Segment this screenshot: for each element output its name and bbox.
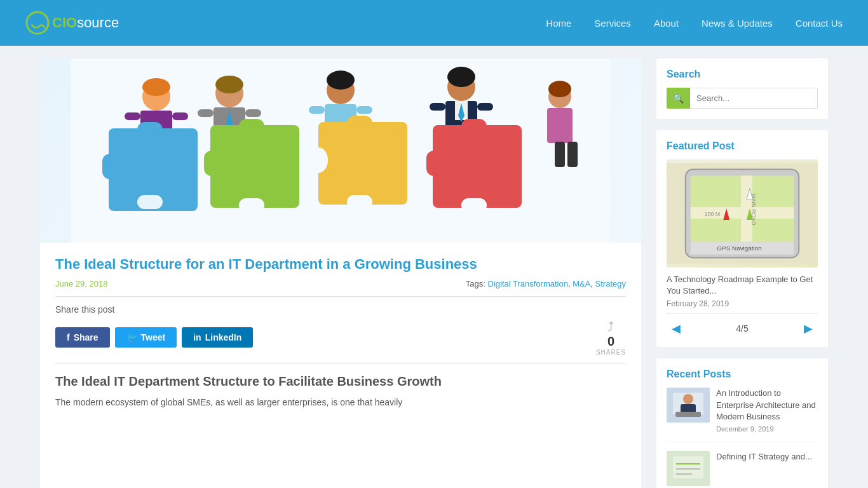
article-excerpt: The modern ecosystem of global SMEs, as …: [55, 395, 626, 409]
recent-post-item-2: Defining IT Strategy and...: [667, 451, 818, 488]
svg-rect-43: [430, 103, 445, 111]
recent-post-info-1: An Introduction to Enterprise Architectu…: [716, 388, 818, 433]
svg-point-54: [548, 81, 571, 97]
svg-rect-32: [356, 106, 372, 114]
svg-rect-12: [102, 154, 118, 179]
header: CIOsource Home Services About News & Upd…: [0, 0, 868, 46]
featured-post-section: Featured Post 100 M MAIN ROAD: [656, 130, 828, 347]
twitter-icon: 🐦: [126, 332, 137, 342]
recent-posts-title: Recent Posts: [667, 369, 818, 380]
share-label: Share this post: [55, 304, 626, 315]
recent-post-date-1: December 9, 2019: [716, 425, 818, 433]
svg-point-39: [309, 147, 328, 173]
featured-post-article-title[interactable]: A Technology Roadmap Example to Get You …: [667, 274, 818, 297]
tag-ma[interactable]: M&A: [573, 279, 590, 288]
shares-number: 0: [607, 334, 614, 349]
linkedin-icon: in: [193, 332, 201, 342]
search-title: Search: [667, 69, 818, 80]
share-linkedin-button[interactable]: in LinkedIn: [182, 327, 253, 348]
logo-icon: [25, 11, 50, 35]
sidebar: Search 🔍 Featured Post: [656, 58, 828, 488]
svg-rect-19: [245, 109, 261, 117]
search-input[interactable]: [690, 88, 818, 109]
search-button[interactable]: 🔍: [667, 88, 690, 109]
svg-rect-27: [239, 198, 264, 212]
recent-thumb-1-img: [667, 388, 710, 423]
article-date: June 29, 2018: [55, 279, 107, 288]
divider-2: [55, 363, 626, 364]
svg-rect-50: [461, 119, 487, 135]
search-icon: 🔍: [673, 93, 684, 104]
divider-1: [55, 296, 626, 297]
share-buttons: f Share 🐦 Tweet in LinkedIn ⤴: [55, 320, 626, 356]
svg-rect-49: [433, 125, 522, 208]
svg-rect-38: [347, 195, 372, 209]
svg-rect-31: [309, 106, 325, 114]
recent-post-thumb-1[interactable]: [667, 388, 710, 423]
svg-rect-10: [137, 122, 163, 138]
svg-rect-25: [204, 151, 220, 176]
logo: CIOsource: [25, 11, 119, 35]
svg-point-29: [327, 71, 355, 90]
article-body: The Ideal Structure for an IT Department…: [40, 243, 641, 422]
main-content: The Ideal Structure for an IT Department…: [40, 58, 641, 488]
recent-post-title-1[interactable]: An Introduction to Enterprise Architectu…: [716, 388, 818, 423]
logo-text: CIOsource: [52, 15, 119, 31]
svg-rect-18: [198, 109, 214, 117]
hero-image: [40, 58, 641, 243]
recent-post-thumb-2[interactable]: [667, 451, 710, 486]
featured-image-svg: 100 M MAIN ROAD GPS Navigation: [667, 163, 818, 264]
svg-rect-74: [675, 412, 701, 417]
recent-post-title-2[interactable]: Defining IT Strategy and...: [716, 451, 812, 463]
svg-rect-57: [567, 142, 578, 167]
svg-text:GPS Navigation: GPS Navigation: [717, 245, 761, 252]
section-heading: The Ideal IT Department Structure to Fac…: [55, 374, 626, 389]
nav-news[interactable]: News & Updates: [702, 18, 773, 29]
svg-rect-37: [391, 147, 407, 173]
next-page-button[interactable]: ▶: [799, 320, 818, 337]
svg-rect-6: [172, 112, 188, 120]
recent-posts-section: Recent Posts An Introduction to Enterpri…: [656, 358, 828, 488]
tag-strategy[interactable]: Strategy: [595, 279, 626, 288]
logo-source: source: [77, 15, 119, 30]
prev-page-button[interactable]: ◀: [667, 320, 686, 337]
svg-rect-24: [239, 119, 264, 135]
svg-point-3: [142, 78, 170, 96]
svg-rect-52: [461, 198, 487, 212]
featured-post-date: February 28, 2019: [667, 299, 818, 308]
svg-text:100 M: 100 M: [705, 211, 721, 217]
share-icon: ⤴: [607, 320, 614, 334]
page-indicator: 4/5: [736, 323, 748, 334]
svg-point-41: [447, 67, 475, 87]
svg-rect-55: [547, 108, 573, 143]
svg-rect-56: [555, 142, 565, 167]
svg-rect-14: [137, 195, 163, 209]
svg-rect-26: [283, 151, 299, 176]
svg-rect-36: [347, 116, 372, 132]
shares-label: SHARES: [596, 349, 626, 356]
search-section: Search 🔍: [656, 58, 828, 119]
article-tags: Tags: Digital Transformation, M&A, Strat…: [466, 279, 626, 288]
article-title[interactable]: The Ideal Structure for an IT Department…: [55, 255, 626, 274]
featured-post-image[interactable]: 100 M MAIN ROAD GPS Navigation: [667, 159, 818, 268]
nav-home[interactable]: Home: [546, 18, 571, 29]
nav-services[interactable]: Services: [594, 18, 631, 29]
svg-rect-51: [426, 151, 442, 176]
recent-thumb-2-img: [667, 451, 710, 486]
nav-contact[interactable]: Contact Us: [796, 18, 843, 29]
page-current: 4: [736, 323, 741, 334]
svg-rect-5: [125, 112, 140, 120]
shares-count: ⤴ 0 SHARES: [596, 320, 626, 356]
svg-point-72: [683, 394, 693, 404]
share-twitter-button[interactable]: 🐦 Tweet: [115, 327, 177, 348]
recent-post-item-1: An Introduction to Enterprise Architectu…: [667, 388, 818, 442]
pagination-controls: ◀ 4/5 ▶: [667, 313, 818, 337]
tag-digital-transformation[interactable]: Digital Transformation: [487, 279, 567, 288]
page-container: The Ideal Structure for an IT Department…: [27, 46, 841, 488]
svg-rect-13: [182, 154, 198, 179]
main-nav: Home Services About News & Updates Conta…: [546, 18, 843, 29]
hero-illustration: [40, 58, 641, 243]
recent-post-info-2: Defining IT Strategy and...: [716, 451, 812, 486]
share-facebook-button[interactable]: f Share: [55, 327, 110, 348]
nav-about[interactable]: About: [654, 18, 679, 29]
